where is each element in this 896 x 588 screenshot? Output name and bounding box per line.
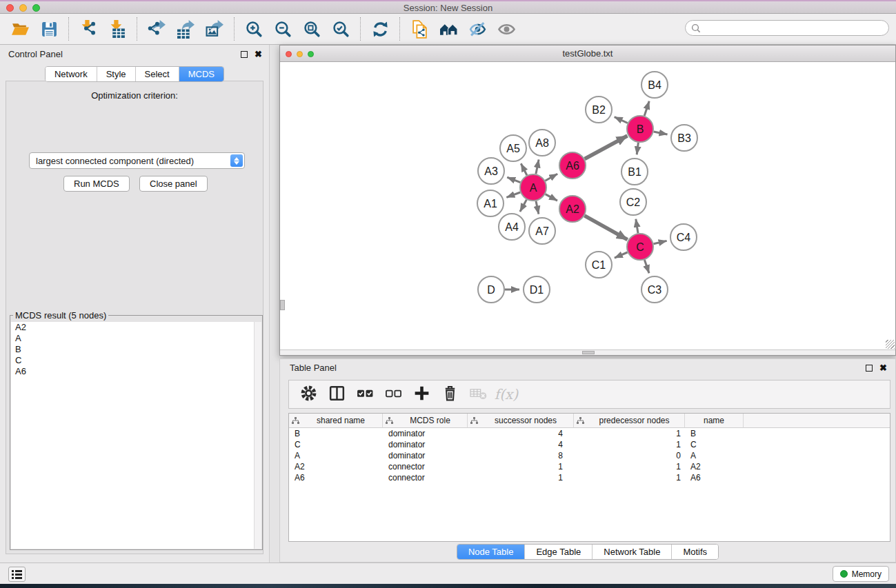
graph-node-C1[interactable]: C1: [586, 252, 612, 278]
table-cell[interactable]: 0: [574, 450, 685, 461]
edge-C-C2[interactable]: [636, 219, 638, 234]
graph-node-A5[interactable]: A5: [500, 135, 526, 161]
table-cell[interactable]: B: [289, 428, 383, 439]
select-all-rows-button[interactable]: [355, 384, 375, 405]
table-cell[interactable]: A6: [685, 472, 744, 483]
column-header-predecessor-nodes[interactable]: predecessor nodes: [574, 414, 685, 428]
create-column-button[interactable]: [412, 384, 431, 405]
edge-A-A7[interactable]: [536, 201, 539, 214]
edge-A6-B[interactable]: [585, 136, 628, 159]
edge-C-C3[interactable]: [644, 260, 649, 273]
edge-A-A3[interactable]: [507, 177, 520, 183]
edge-B-B4[interactable]: [644, 101, 649, 116]
zoom-in-button[interactable]: [239, 15, 268, 43]
edge-A-A8[interactable]: [536, 160, 539, 174]
mcds-result-item[interactable]: A2: [11, 322, 261, 333]
mcds-result-item[interactable]: A6: [11, 366, 261, 377]
zoom-fit-button[interactable]: [297, 15, 326, 43]
column-header-successor-nodes[interactable]: successor nodes: [468, 414, 574, 428]
tab-style[interactable]: Style: [97, 67, 136, 81]
graph-node-A3[interactable]: A3: [478, 158, 504, 184]
mcds-result-item[interactable]: B: [11, 344, 261, 355]
table-cell[interactable]: dominator: [383, 428, 468, 439]
table-cell[interactable]: 1: [574, 461, 685, 472]
graph-node-C4[interactable]: C4: [670, 224, 697, 250]
zoom-selected-button[interactable]: [326, 15, 355, 43]
graph-node-B3[interactable]: B3: [671, 125, 697, 151]
column-header-shared-name[interactable]: shared name: [289, 414, 383, 428]
graph-node-A4[interactable]: A4: [499, 214, 525, 240]
edge-C-C4[interactable]: [654, 241, 667, 243]
graph-node-B2[interactable]: B2: [586, 97, 612, 123]
edge-A-A5[interactable]: [521, 163, 527, 175]
mcds-result-item[interactable]: A: [11, 333, 261, 344]
graph-node-A2[interactable]: A2: [559, 196, 586, 222]
table-cell[interactable]: dominator: [383, 439, 468, 450]
edge-B-B2[interactable]: [615, 117, 628, 123]
edge-B-B1[interactable]: [637, 143, 638, 154]
table-options-gear-button[interactable]: [299, 384, 318, 405]
deselect-all-rows-button[interactable]: [384, 384, 403, 405]
control-panel-float-icon[interactable]: [241, 51, 248, 58]
column-header-name[interactable]: name: [685, 414, 744, 428]
graph-node-C[interactable]: C: [627, 234, 653, 260]
new-network-from-selection-button[interactable]: [405, 15, 434, 43]
import-network-button[interactable]: [74, 15, 103, 43]
show-graphics-details-button[interactable]: [492, 15, 521, 43]
table-cell[interactable]: connector: [383, 461, 468, 472]
table-cell[interactable]: 8: [468, 450, 574, 461]
table-cell[interactable]: 1: [468, 472, 574, 483]
graph-node-D[interactable]: D: [478, 276, 504, 303]
network-vertical-scrollbar[interactable]: [280, 300, 285, 310]
graph-node-A6[interactable]: A6: [559, 152, 586, 179]
column-header-MCDS-role[interactable]: MCDS role: [383, 414, 468, 428]
tab-network[interactable]: Network: [46, 67, 97, 81]
edge-A2-C[interactable]: [584, 216, 627, 240]
edge-A-A4[interactable]: [520, 200, 527, 212]
window-resize-grip[interactable]: [886, 340, 895, 349]
export-network-button[interactable]: [142, 15, 171, 43]
graph-node-B[interactable]: B: [627, 116, 653, 142]
table-cell[interactable]: C: [289, 439, 383, 450]
table-cell[interactable]: 1: [574, 439, 685, 450]
edge-A-A1[interactable]: [506, 192, 520, 197]
network-window-titlebar[interactable]: testGlobe.txt: [280, 45, 895, 62]
network-hscroll-thumb[interactable]: [582, 351, 595, 354]
export-image-button[interactable]: [200, 15, 229, 43]
hide-graphics-details-button[interactable]: [463, 15, 492, 43]
table-cell[interactable]: A2: [685, 461, 744, 472]
graph-node-D1[interactable]: D1: [524, 276, 550, 303]
edge-B-B3[interactable]: [654, 132, 668, 134]
home-button[interactable]: [434, 15, 463, 43]
mcds-result-item[interactable]: C: [11, 355, 261, 366]
mcds-result-scrollbar[interactable]: [254, 322, 261, 549]
table-cell[interactable]: 1: [574, 428, 685, 439]
network-canvas[interactable]: AA1A2A3A4A5A6A7A8BB1B2B3B4CC1C2C3C4DD1: [280, 62, 895, 349]
graph-node-A[interactable]: A: [520, 174, 546, 201]
column-visibility-button[interactable]: [327, 384, 346, 405]
control-panel-close-icon[interactable]: ✖: [255, 51, 262, 58]
graph-node-A8[interactable]: A8: [529, 130, 555, 156]
table-cell[interactable]: A6: [289, 472, 383, 483]
tab-node-table[interactable]: Node Table: [457, 545, 526, 559]
memory-button[interactable]: Memory: [833, 566, 889, 582]
table-panel-float-icon[interactable]: [866, 365, 873, 372]
graph-node-B1[interactable]: B1: [621, 159, 648, 185]
table-cell[interactable]: 4: [468, 439, 574, 450]
tab-edge-table[interactable]: Edge Table: [525, 545, 593, 559]
refresh-layout-button[interactable]: [366, 15, 395, 43]
tab-motifs[interactable]: Motifs: [672, 545, 718, 559]
network-horizontal-scrollbar[interactable]: [280, 349, 895, 355]
table-cell[interactable]: A2: [289, 461, 383, 472]
table-cell[interactable]: C: [685, 439, 744, 450]
search-input[interactable]: [704, 22, 883, 34]
close-panel-button[interactable]: Close panel: [139, 176, 208, 192]
graph-node-C2[interactable]: C2: [620, 189, 646, 215]
table-cell[interactable]: dominator: [383, 450, 468, 461]
tab-mcds[interactable]: MCDS: [179, 67, 223, 81]
mcds-result-list[interactable]: A2ABCA6: [11, 322, 261, 549]
task-history-button[interactable]: [8, 567, 26, 582]
table-cell[interactable]: B: [685, 428, 744, 439]
graph-node-B4[interactable]: B4: [641, 72, 668, 98]
table-cell[interactable]: 1: [574, 472, 685, 483]
